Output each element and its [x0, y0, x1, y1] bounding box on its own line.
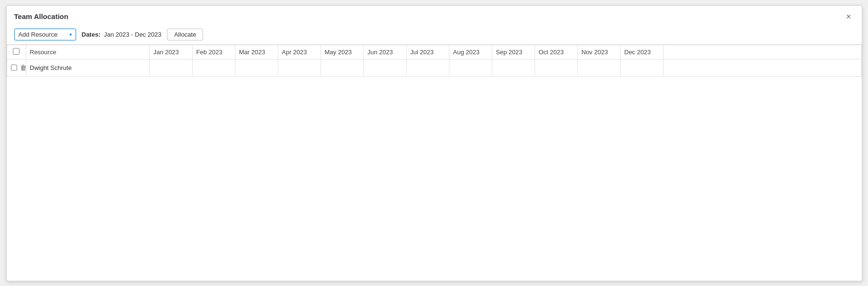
dates-value: Jan 2023 - Dec 2023 — [104, 31, 161, 38]
dates-prefix: Dates: — [82, 31, 101, 38]
table-container: Resource Jan 2023 Feb 2023 Mar 2023 Apr … — [7, 45, 862, 281]
chevron-down-icon: ▾ — [69, 32, 72, 37]
header-trailing — [663, 45, 861, 59]
resource-name-cell: Dwight Schrute — [26, 59, 149, 76]
header-aug2023: Aug 2023 — [449, 45, 492, 59]
allocation-table: Resource Jan 2023 Feb 2023 Mar 2023 Apr … — [7, 45, 862, 77]
header-feb2023: Feb 2023 — [192, 45, 235, 59]
modal-overlay: Team Allocation × Add Resource ▾ Dates: … — [0, 0, 868, 286]
table-row: 🗑 Dwight Schrute — [7, 59, 861, 76]
header-mar2023: Mar 2023 — [235, 45, 278, 59]
header-resource: Resource — [26, 45, 149, 59]
header-may2023: May 2023 — [321, 45, 363, 59]
add-resource-label: Add Resource — [19, 31, 58, 38]
cell-apr2023 — [278, 59, 321, 76]
header-sep2023: Sep 2023 — [492, 45, 535, 59]
resource-name: Dwight Schrute — [30, 64, 72, 71]
select-all-checkbox[interactable] — [13, 48, 20, 55]
header-apr2023: Apr 2023 — [278, 45, 321, 59]
row-actions: 🗑 — [11, 64, 22, 71]
header-checkbox-col[interactable] — [7, 45, 26, 59]
cell-mar2023 — [235, 59, 278, 76]
cell-jan2023 — [149, 59, 192, 76]
header-jun2023: Jun 2023 — [363, 45, 406, 59]
add-resource-dropdown[interactable]: Add Resource ▾ — [14, 29, 76, 40]
modal-toolbar: Add Resource ▾ Dates: Jan 2023 - Dec 202… — [7, 26, 862, 45]
cell-may2023 — [321, 59, 363, 76]
modal-title: Team Allocation — [14, 12, 68, 20]
close-button[interactable]: × — [843, 11, 854, 22]
header-dec2023: Dec 2023 — [620, 45, 663, 59]
row-checkbox-cell[interactable]: 🗑 — [7, 59, 26, 76]
cell-nov2023 — [577, 59, 620, 76]
row-checkbox[interactable] — [11, 64, 17, 71]
cell-feb2023 — [192, 59, 235, 76]
cell-trailing — [663, 59, 861, 76]
cell-aug2023 — [449, 59, 492, 76]
delete-icon[interactable]: 🗑 — [20, 64, 27, 71]
header-jul2023: Jul 2023 — [406, 45, 449, 59]
header-oct2023: Oct 2023 — [535, 45, 577, 59]
cell-jun2023 — [363, 59, 406, 76]
allocate-button[interactable]: Allocate — [167, 29, 203, 40]
cell-dec2023 — [620, 59, 663, 76]
table-header-row: Resource Jan 2023 Feb 2023 Mar 2023 Apr … — [7, 45, 861, 59]
dates-label: Dates: Jan 2023 - Dec 2023 — [82, 31, 162, 38]
modal-header: Team Allocation × — [7, 6, 862, 26]
cell-oct2023 — [535, 59, 577, 76]
cell-jul2023 — [406, 59, 449, 76]
header-jan2023: Jan 2023 — [149, 45, 192, 59]
cell-sep2023 — [492, 59, 535, 76]
team-allocation-modal: Team Allocation × Add Resource ▾ Dates: … — [6, 5, 862, 281]
header-nov2023: Nov 2023 — [577, 45, 620, 59]
